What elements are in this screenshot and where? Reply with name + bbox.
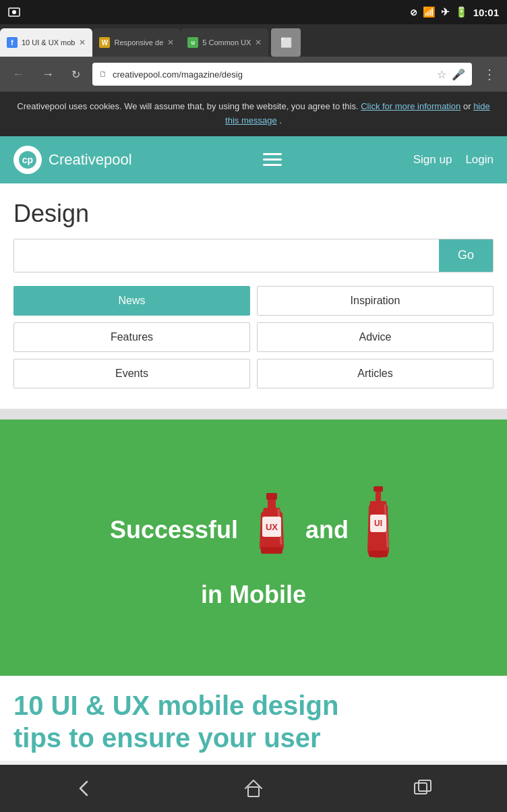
cookie-text: Creativepool uses cookies. We will assum… bbox=[17, 101, 358, 111]
svg-rect-14 bbox=[369, 550, 388, 557]
battery-icon: 🔋 bbox=[455, 6, 468, 18]
signup-link[interactable]: Sign up bbox=[413, 153, 452, 167]
filter-inspiration[interactable]: Inspiration bbox=[257, 286, 494, 316]
filter-news[interactable]: News bbox=[13, 286, 250, 316]
tab-title-2: Responsive de bbox=[114, 38, 163, 47]
browser-tab-3[interactable]: u 5 Common UX ✕ bbox=[181, 28, 268, 57]
svg-rect-16 bbox=[248, 787, 259, 796]
article-title-section: 10 UI & UX mobile design tips to ensure … bbox=[0, 676, 507, 761]
url-text: creativepool.com/magazine/desig bbox=[113, 69, 431, 80]
screenshot-icon bbox=[8, 6, 20, 18]
tab-title-1: 10 UI & UX mob bbox=[22, 38, 75, 47]
tab-favicon-3: u bbox=[187, 37, 198, 48]
search-section: Go bbox=[0, 239, 507, 286]
airplane-icon: ✈ bbox=[441, 6, 450, 18]
new-tab-button[interactable]: ⬜ bbox=[271, 28, 301, 57]
filter-row-1: News Inspiration bbox=[13, 286, 494, 316]
ui-bottle-svg: UI bbox=[365, 486, 392, 574]
search-input[interactable] bbox=[14, 239, 439, 272]
login-link[interactable]: Login bbox=[465, 153, 494, 167]
browser-tab-1[interactable]: f 10 UI & UX mob ✕ bbox=[0, 28, 92, 57]
url-box[interactable]: 🗋 creativepool.com/magazine/desig ☆ 🎤 bbox=[92, 63, 472, 86]
svg-rect-11 bbox=[376, 492, 381, 501]
tabs-bar: f 10 UI & UX mob ✕ W Responsive de ✕ u 5… bbox=[0, 24, 507, 57]
filter-events[interactable]: Events bbox=[13, 359, 250, 388]
signal-off-icon: ⊘ bbox=[410, 7, 417, 18]
site-header: cp Creativepool Sign up Login bbox=[0, 136, 507, 183]
cookie-end: . bbox=[279, 115, 282, 125]
wifi-icon: 📶 bbox=[423, 6, 436, 18]
header-nav: Sign up Login bbox=[413, 153, 494, 167]
hamburger-line-2 bbox=[263, 158, 282, 161]
svg-rect-4 bbox=[266, 493, 277, 500]
filter-features[interactable]: Features bbox=[13, 322, 250, 352]
svg-rect-5 bbox=[268, 500, 276, 508]
tab-favicon-1: f bbox=[7, 37, 18, 48]
article-hero[interactable]: Successful UX bbox=[0, 419, 507, 676]
hamburger-menu[interactable] bbox=[256, 146, 289, 173]
filter-row-2: Features Advice bbox=[13, 322, 494, 352]
site-name: Creativepool bbox=[49, 151, 132, 169]
filter-advice[interactable]: Advice bbox=[257, 322, 494, 352]
page-title: Design bbox=[13, 200, 494, 228]
svg-rect-17 bbox=[415, 783, 427, 794]
browser-back-button[interactable] bbox=[60, 771, 109, 806]
address-bar: ← → ↻ 🗋 creativepool.com/magazine/desig … bbox=[0, 57, 507, 92]
reload-button[interactable]: ↻ bbox=[66, 65, 86, 84]
svg-point-1 bbox=[12, 10, 16, 14]
svg-rect-18 bbox=[419, 780, 431, 791]
svg-rect-10 bbox=[374, 486, 383, 492]
logo-icon: cp bbox=[13, 146, 42, 174]
hamburger-line-3 bbox=[263, 164, 282, 166]
article-title-line2: tips to ensure your user bbox=[13, 722, 494, 754]
bookmark-icon[interactable]: ☆ bbox=[437, 68, 446, 81]
status-right: ⊘ 📶 ✈ 🔋 10:01 bbox=[410, 6, 499, 18]
hero-line-1: Successful UX bbox=[110, 486, 397, 574]
filter-articles[interactable]: Articles bbox=[257, 359, 494, 388]
tab-close-3[interactable]: ✕ bbox=[255, 38, 262, 47]
svg-text:UI: UI bbox=[374, 519, 382, 528]
tab-close-1[interactable]: ✕ bbox=[79, 38, 86, 47]
hero-successful: Successful bbox=[110, 516, 238, 544]
hamburger-line-1 bbox=[263, 153, 282, 155]
creativepool-logo-svg: cp bbox=[18, 150, 37, 169]
svg-rect-8 bbox=[261, 547, 282, 554]
search-go-button[interactable]: Go bbox=[439, 239, 493, 272]
article-title-line1: 10 UI & UX mobile design bbox=[13, 689, 494, 722]
forward-button[interactable]: → bbox=[36, 65, 59, 84]
cookie-separator: or bbox=[463, 101, 473, 111]
ux-bottle-svg: UX bbox=[254, 493, 289, 567]
tab-favicon-2: W bbox=[99, 37, 110, 48]
browser-tab-2[interactable]: W Responsive de ✕ bbox=[92, 28, 181, 57]
bottom-nav bbox=[0, 765, 507, 812]
browser-home-button[interactable] bbox=[229, 771, 278, 806]
design-heading: Design bbox=[0, 183, 507, 239]
tab-title-3: 5 Common UX bbox=[202, 38, 251, 47]
svg-text:UX: UX bbox=[266, 522, 278, 532]
page-icon: 🗋 bbox=[99, 69, 107, 79]
filter-tabs: News Inspiration Features Advice Events … bbox=[0, 286, 507, 409]
ux-bottle: UX bbox=[254, 493, 289, 567]
status-left bbox=[8, 6, 20, 18]
tab-close-2[interactable]: ✕ bbox=[167, 38, 174, 47]
article-title: 10 UI & UX mobile design tips to ensure … bbox=[13, 689, 494, 754]
cookie-banner: Creativepool uses cookies. We will assum… bbox=[0, 92, 507, 136]
hero-content: Successful UX bbox=[110, 486, 397, 609]
microphone-icon[interactable]: 🎤 bbox=[452, 68, 465, 81]
page-content: Design Go News Inspiration Features Advi… bbox=[0, 183, 507, 409]
browser-tabs-button[interactable] bbox=[398, 771, 447, 806]
hero-line-2: in Mobile bbox=[110, 581, 397, 609]
logo-area: cp Creativepool bbox=[13, 146, 132, 174]
cookie-more-link[interactable]: Click for more information bbox=[361, 101, 460, 111]
tabs-icon bbox=[412, 778, 434, 799]
home-icon bbox=[243, 778, 264, 799]
filter-row-3: Events Articles bbox=[13, 359, 494, 388]
search-row: Go bbox=[13, 239, 494, 272]
gray-separator bbox=[0, 409, 507, 419]
hero-and: and bbox=[305, 516, 349, 544]
back-button[interactable]: ← bbox=[7, 65, 30, 84]
svg-text:cp: cp bbox=[22, 154, 33, 165]
more-options-button[interactable]: ⋮ bbox=[479, 63, 500, 85]
clock: 10:01 bbox=[473, 7, 499, 18]
status-bar: ⊘ 📶 ✈ 🔋 10:01 bbox=[0, 0, 507, 24]
